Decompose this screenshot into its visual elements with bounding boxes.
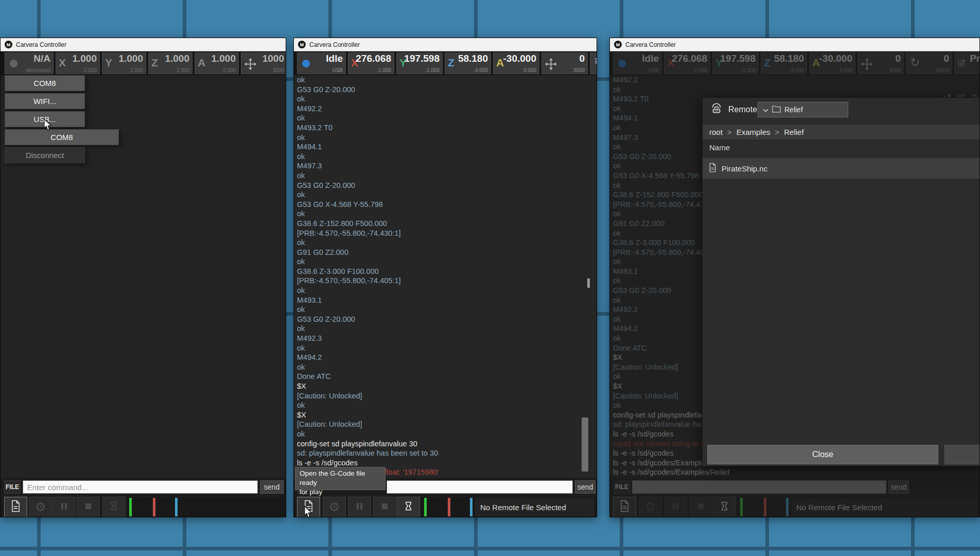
breadcrumb-segment[interactable]: Examples <box>737 128 771 136</box>
axis-box-x[interactable]: X276.068-1.000 <box>664 53 710 74</box>
move-icon <box>861 58 873 73</box>
breadcrumb-segment[interactable]: Relief <box>784 128 803 136</box>
console-line: ok <box>297 238 597 248</box>
console-line: [PRB:-4.570,-55.800,-74.430:1] <box>297 229 597 238</box>
toolbar-stop-button[interactable] <box>77 497 100 517</box>
toolbar-file-button[interactable] <box>4 497 27 517</box>
mouse-cursor <box>43 118 52 133</box>
window-carvera-left: M Carvera Controller N/AdisconnectX1.000… <box>0 38 286 517</box>
file-row[interactable]: PirateShip.nc <box>703 158 980 179</box>
playback-toolbar: ⚙ <box>1 497 286 517</box>
partial-button[interactable] <box>944 445 980 464</box>
menu-item-com8[interactable]: COM8 <box>5 75 85 91</box>
status-box[interactable]: IdleUSB <box>613 53 662 74</box>
indicator-bar <box>786 498 789 516</box>
console-line: ok <box>297 152 597 162</box>
console-line: Done ATC <box>297 372 597 381</box>
indicator-bar <box>129 498 132 516</box>
feed-box[interactable]: 03000 <box>541 53 588 74</box>
console-line: G38.6 Z-3.000 F100.000 <box>297 267 597 276</box>
folder-dropdown-label: Relief <box>784 106 803 114</box>
console-line: M493.2 T0 <box>297 123 597 133</box>
console-line: M494.2 <box>297 353 597 362</box>
scrollbar-marker[interactable] <box>587 279 590 288</box>
gear-icon: ⚙ <box>645 500 656 514</box>
toolbar-gear-button[interactable]: ⚙ <box>323 497 346 517</box>
folder-dropdown[interactable]: Relief <box>758 102 848 117</box>
edit-icon <box>957 58 967 69</box>
axis-box-x[interactable]: X1.0002.000 <box>56 53 100 74</box>
value-main: 1.000 <box>118 53 143 64</box>
value-sub: 3000 <box>889 67 901 73</box>
toolbar-pause-button[interactable] <box>664 497 687 517</box>
menu-item-wifi[interactable]: WIFI... <box>5 93 85 109</box>
probe-box[interactable]: ProbeWP:0.0 <box>954 53 979 74</box>
desktop: { "colors": { "axis": { "X": "#c05048", … <box>0 0 980 556</box>
toolbar-gear-button[interactable]: ⚙ <box>639 497 662 517</box>
axis-box-y[interactable]: Y1.0002.000 <box>102 53 146 74</box>
toolbar-hourglass-button[interactable] <box>713 497 736 517</box>
menu-item-com8-port[interactable]: COM8 <box>5 129 119 145</box>
spindle-box[interactable]: ↻ <box>590 53 597 74</box>
indicator-bar <box>175 498 178 516</box>
window-carvera-right: M Carvera Controller IdleUSBX276.068-1.0… <box>609 38 980 517</box>
status-dot-icon <box>618 60 626 67</box>
value-main: 276.068 <box>672 53 707 64</box>
axis-box-y[interactable]: Y197.598-1.000 <box>712 53 759 74</box>
axis-box-x[interactable]: X276.068-1.000 <box>348 53 394 74</box>
toolbar-stop-button[interactable] <box>689 497 712 517</box>
value-sub: 2.000 <box>84 67 97 73</box>
window-title: Carvera Controller <box>309 41 360 48</box>
toolbar-pause-button[interactable] <box>52 497 76 517</box>
toolbar-gear-button[interactable]: ⚙ <box>29 497 52 517</box>
console-line: M492.3 <box>297 334 597 343</box>
value-sub: 2.000 <box>130 67 143 73</box>
axis-box-a[interactable]: A-30.0000.000 <box>493 53 539 74</box>
breadcrumb-segment[interactable]: root <box>709 128 723 136</box>
titlebar[interactable]: M Carvera Controller <box>294 38 597 51</box>
spindle-box[interactable]: ↻010000 <box>906 53 952 74</box>
axis-box-z[interactable]: Z1.0002.000 <box>148 53 192 74</box>
send-button[interactable]: send <box>575 480 596 494</box>
console-line: ok <box>613 85 979 95</box>
menu-item-disconnect[interactable]: Disconnect <box>5 147 85 163</box>
close-button[interactable]: Close <box>707 445 938 464</box>
console-line: G38.6 Z-152.800 F500.000 <box>297 219 597 229</box>
toolbar-pause-button[interactable] <box>348 497 371 517</box>
rotate-icon: ↻ <box>594 56 597 70</box>
axis-box-y[interactable]: Y197.598-1.000 <box>396 53 443 74</box>
send-button[interactable]: send <box>260 480 284 494</box>
console-line: M497.3 <box>297 161 597 171</box>
axis-box-a[interactable]: A-30.0000.000 <box>809 53 855 74</box>
console-log[interactable]: okG53 G0 Z-20.000okM492.2okM493.2 T0okM4… <box>294 75 597 477</box>
stop-icon <box>84 502 92 512</box>
tooltip-open-gcode: Open the G-Code file ready for play <box>295 467 386 490</box>
breadcrumb[interactable]: root>Examples>Relief <box>703 125 980 140</box>
axis-box-z[interactable]: Z58.180-3.000 <box>761 53 807 74</box>
tooltip-line: for play <box>300 488 381 497</box>
scrollbar[interactable] <box>582 418 588 472</box>
axis-box-a[interactable]: A1.0002.000 <box>195 53 239 74</box>
toolbar-hourglass-button[interactable] <box>102 497 126 517</box>
axis-box-z[interactable]: Z58.180-3.000 <box>445 53 491 74</box>
indicator-bar <box>424 498 427 516</box>
tooltip-line: Open the G-Code file ready <box>300 469 381 488</box>
titlebar[interactable]: M Carvera Controller <box>610 38 979 51</box>
feed-box[interactable]: 03000 <box>857 53 904 74</box>
toolbar-stop-button[interactable] <box>373 497 396 517</box>
value-sub: -1.000 <box>425 67 440 73</box>
toolbar-hourglass-button[interactable] <box>397 497 420 517</box>
axis-letter: X <box>59 57 66 69</box>
value-main: -30.000 <box>819 53 852 64</box>
command-input[interactable] <box>387 480 573 494</box>
titlebar[interactable]: M Carvera Controller <box>1 38 286 51</box>
file-button[interactable]: FILE <box>4 480 21 494</box>
status-box[interactable]: N/Adisconnect <box>5 53 54 74</box>
console-line: M492.2 <box>613 75 979 85</box>
value-main: 58.180 <box>774 53 804 64</box>
status-box[interactable]: IdleUSB <box>297 53 346 74</box>
feed-box[interactable]: 10003000 <box>241 53 286 74</box>
console-line: ok <box>297 113 597 123</box>
toolbar-file-button[interactable] <box>613 497 636 517</box>
command-input[interactable] <box>23 480 258 494</box>
